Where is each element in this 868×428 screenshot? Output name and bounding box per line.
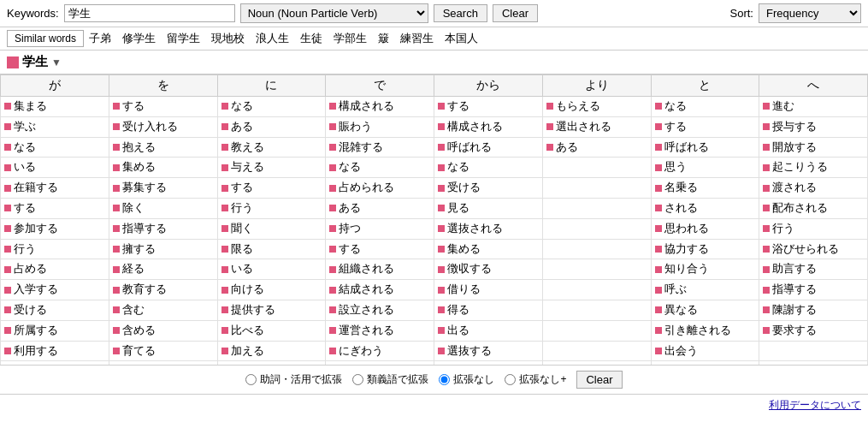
cell-item[interactable]: 構成される <box>329 98 430 116</box>
cell-item[interactable]: 与える <box>221 158 322 176</box>
cell-item[interactable]: 協力する <box>655 241 756 259</box>
cell-item[interactable]: 加える <box>221 342 322 360</box>
cell-item[interactable]: 行う <box>221 199 322 217</box>
cell-item[interactable]: 組織される <box>329 260 430 278</box>
cell-item[interactable]: 混雑する <box>329 139 430 157</box>
cell-item[interactable]: する <box>655 118 756 136</box>
cell-item[interactable]: 集める <box>113 158 214 176</box>
cell-item[interactable]: する <box>221 179 322 197</box>
cell-item[interactable]: なる <box>4 139 105 157</box>
cell-item[interactable]: 要求する <box>763 322 864 340</box>
cell-item[interactable]: 呼ばれる <box>438 139 539 157</box>
radio-expand-3[interactable] <box>439 374 450 385</box>
cell-item[interactable]: 提供する <box>221 301 322 319</box>
cell-item[interactable]: なる <box>329 158 430 176</box>
cell-item[interactable]: 教える <box>221 139 322 157</box>
cell-item[interactable]: 浴びせられる <box>763 241 864 259</box>
cell-item[interactable]: される <box>655 199 756 217</box>
cell-item[interactable]: 思う <box>655 158 756 176</box>
cell-item[interactable]: ある <box>546 139 647 157</box>
cell-item[interactable]: 受ける <box>4 301 105 319</box>
cell-item[interactable]: 選抜される <box>438 220 539 238</box>
cell-item[interactable]: もらえる <box>546 98 647 116</box>
cell-item[interactable]: 授与する <box>763 118 864 136</box>
similar-words-button[interactable]: Similar words <box>7 30 84 47</box>
cell-item[interactable]: 所属する <box>4 322 105 340</box>
cell-item[interactable]: 経る <box>113 260 214 278</box>
cell-item[interactable]: 徴収する <box>438 260 539 278</box>
cell-item[interactable]: いる <box>221 260 322 278</box>
cell-item[interactable]: 受ける <box>438 179 539 197</box>
cell-item[interactable]: 構成される <box>438 118 539 136</box>
cell-item[interactable]: 選出される <box>546 118 647 136</box>
cell-item[interactable]: 引き離される <box>655 322 756 340</box>
cell-item[interactable]: 育てる <box>113 342 214 360</box>
cell-item[interactable]: 進む <box>763 98 864 116</box>
cell-item[interactable]: 得る <box>438 301 539 319</box>
cell-item[interactable]: 入学する <box>4 281 105 299</box>
cell-item[interactable]: 比べる <box>221 322 322 340</box>
cell-item[interactable]: ある <box>329 199 430 217</box>
cell-item[interactable]: 結成される <box>329 281 430 299</box>
cell-item[interactable]: 見る <box>438 199 539 217</box>
cell-item[interactable]: 開放する <box>763 139 864 157</box>
cell-item[interactable]: 名乗る <box>655 179 756 197</box>
cell-item[interactable]: にぎわう <box>329 342 430 360</box>
cell-item[interactable]: 指導する <box>763 281 864 299</box>
cell-item[interactable]: 擁する <box>113 241 214 259</box>
cell-item[interactable]: 行う <box>4 241 105 259</box>
cell-item[interactable]: 呼ばれる <box>655 139 756 157</box>
cell-item[interactable]: 賑わう <box>329 118 430 136</box>
pos-select[interactable]: Noun (Noun Particle Verb) Noun Verb Adje… <box>240 3 428 23</box>
cell-item[interactable]: 思われる <box>655 220 756 238</box>
cell-item[interactable]: 行う <box>763 220 864 238</box>
cell-item[interactable]: 呼ぶ <box>655 281 756 299</box>
cell-item[interactable]: 占められる <box>329 179 430 197</box>
word-dropdown-icon[interactable]: ▼ <box>51 56 62 68</box>
cell-item[interactable]: する <box>329 241 430 259</box>
radio-expand-1[interactable] <box>245 374 257 385</box>
cell-item[interactable]: 抱える <box>113 139 214 157</box>
cell-item[interactable]: なる <box>438 158 539 176</box>
search-button[interactable]: Search <box>434 4 487 22</box>
cell-item[interactable]: 配布される <box>763 199 864 217</box>
cell-item[interactable]: 借りる <box>438 281 539 299</box>
cell-item[interactable]: 向ける <box>221 281 322 299</box>
radio-expand-4[interactable] <box>505 374 516 385</box>
cell-item[interactable]: 限る <box>221 241 322 259</box>
cell-item[interactable]: 利用する <box>4 342 105 360</box>
cell-item[interactable]: なる <box>221 98 322 116</box>
cell-item[interactable]: 選抜する <box>438 342 539 360</box>
cell-item[interactable]: 在籍する <box>4 179 105 197</box>
cell-item[interactable]: する <box>438 98 539 116</box>
cell-item[interactable]: 助言する <box>763 260 864 278</box>
header-clear-button[interactable]: Clear <box>493 4 538 22</box>
cell-item[interactable]: 集める <box>438 241 539 259</box>
footer-link[interactable]: 利用データについて <box>769 398 861 413</box>
cell-item[interactable]: 除く <box>113 199 214 217</box>
cell-item[interactable]: 集まる <box>4 98 105 116</box>
cell-item[interactable]: 渡される <box>763 179 864 197</box>
cell-item[interactable]: 教育する <box>113 281 214 299</box>
cell-item[interactable]: 募集する <box>113 179 214 197</box>
cell-item[interactable]: 陳謝する <box>763 301 864 319</box>
cell-item[interactable]: 学ぶ <box>4 118 105 136</box>
cell-item[interactable]: 受け入れる <box>113 118 214 136</box>
cell-item[interactable]: 含む <box>113 301 214 319</box>
cell-item[interactable]: 設立される <box>329 301 430 319</box>
radio-expand-2[interactable] <box>352 374 363 385</box>
cell-item[interactable]: 持つ <box>329 220 430 238</box>
cell-item[interactable]: 起こりうる <box>763 158 864 176</box>
cell-item[interactable]: する <box>113 98 214 116</box>
cell-item[interactable]: なる <box>655 98 756 116</box>
cell-item[interactable]: 含める <box>113 322 214 340</box>
cell-item[interactable]: する <box>4 199 105 217</box>
cell-item[interactable]: 指導する <box>113 220 214 238</box>
cell-item[interactable]: 聞く <box>221 220 322 238</box>
sort-select[interactable]: Frequency Alphabetical <box>759 3 861 23</box>
cell-item[interactable]: 出る <box>438 322 539 340</box>
bottom-clear-button[interactable]: Clear <box>576 371 622 389</box>
cell-item[interactable]: 参加する <box>4 220 105 238</box>
cell-item[interactable]: 出会う <box>655 342 756 360</box>
keywords-input[interactable] <box>64 4 235 22</box>
